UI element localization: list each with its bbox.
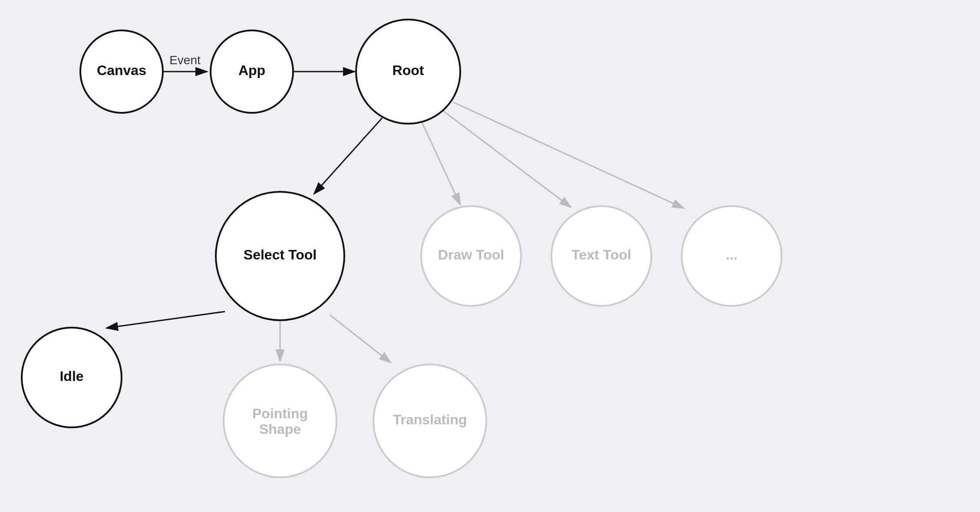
selecttool-label: Select Tool bbox=[244, 247, 317, 263]
event-label: Event bbox=[169, 53, 201, 67]
idle-label: Idle bbox=[59, 368, 83, 384]
app-label: App bbox=[238, 62, 265, 78]
translating-label: Translating bbox=[393, 412, 467, 427]
selecttool-to-translating-arrow bbox=[330, 315, 391, 363]
ellipsis-label: ... bbox=[726, 247, 738, 263]
root-to-drawtool-arrow bbox=[421, 121, 460, 205]
root-to-selecttool-arrow bbox=[314, 118, 382, 194]
texttool-label: Text Tool bbox=[571, 247, 631, 263]
selecttool-to-idle-arrow bbox=[106, 312, 225, 328]
pointingshape-label-line2: Shape bbox=[259, 421, 301, 437]
drawtool-label: Draw Tool bbox=[438, 247, 504, 263]
canvas-label: Canvas bbox=[97, 62, 146, 78]
root-to-ellipsis-arrow bbox=[454, 102, 684, 208]
pointingshape-label-line1: Pointing bbox=[252, 406, 308, 421]
root-label: Root bbox=[393, 62, 424, 78]
root-to-texttool-arrow bbox=[443, 111, 571, 207]
diagram: Event Canvas App Root Select Tool Idle D… bbox=[0, 0, 980, 512]
